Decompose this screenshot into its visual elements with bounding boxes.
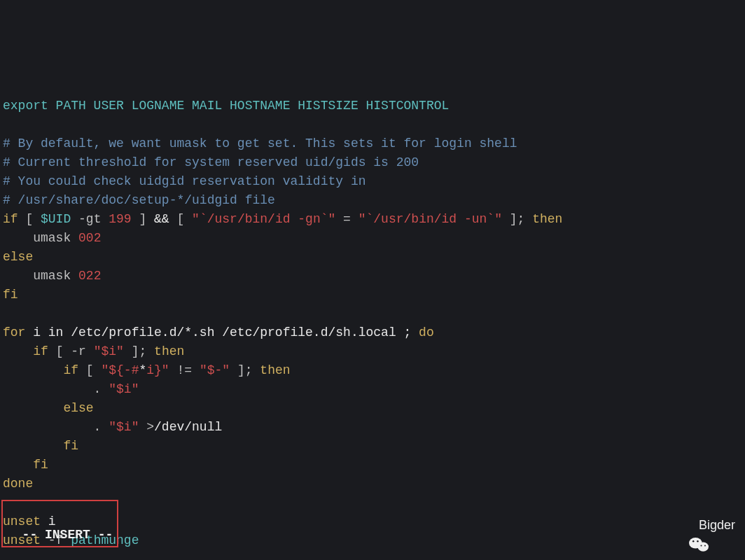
string: i}" [146, 363, 169, 377]
keyword-then: then [154, 344, 184, 358]
redirect: > [139, 420, 154, 434]
comment-line: # By default, we want umask to get set. … [3, 136, 517, 150]
indent [3, 439, 63, 453]
svg-point-3 [697, 540, 698, 542]
wechat-icon [675, 517, 695, 534]
var-uid: $UID [41, 212, 71, 226]
operator: -gt [71, 212, 109, 226]
operator-and: && [154, 212, 169, 226]
cmd-umask: umask [3, 269, 78, 283]
string: "$i" [109, 382, 139, 396]
cmd-source: . [3, 382, 109, 396]
indent [3, 401, 63, 415]
comment-line: # /usr/share/doc/setup-*/uidgid file [3, 193, 275, 207]
svg-point-2 [692, 540, 694, 542]
cmd-source: . [3, 420, 109, 434]
bracket: ]; [502, 212, 532, 226]
editor-content[interactable]: export PATH USER LOGNAME MAIL HOSTNAME H… [0, 97, 745, 550]
string: "`/usr/bin/id -gn`" [192, 212, 335, 226]
watermark-text: Bigder [699, 516, 735, 535]
string: "${-# [101, 363, 139, 377]
keyword-done: done [3, 477, 33, 491]
svg-point-5 [704, 545, 706, 546]
glob: * [139, 363, 146, 377]
keyword-export: export [3, 99, 48, 113]
for-body: i in /etc/profile.d/*.sh /etc/profile.d/… [25, 326, 419, 340]
string: "`/usr/bin/id -un`" [358, 212, 502, 226]
keyword-then: then [260, 363, 290, 377]
operator: = [335, 212, 358, 226]
indent [3, 458, 33, 472]
keyword-then: then [532, 212, 562, 226]
bracket: ] [132, 212, 154, 226]
comment-line: # Current threshold for system reserved … [3, 155, 419, 169]
mode-text: -- INSERT -- [22, 528, 113, 542]
keyword-fi: fi [3, 288, 18, 302]
keyword-fi: fi [63, 439, 78, 453]
bracket: [ -r [48, 344, 94, 358]
indent [3, 344, 33, 358]
string: "$-" [200, 363, 230, 377]
keyword-fi: fi [33, 458, 48, 472]
keyword-if: if [63, 363, 78, 377]
number: 002 [78, 231, 101, 245]
keyword-if: if [3, 212, 18, 226]
bracket: [ [169, 212, 192, 226]
devnull: /dev/null [154, 420, 222, 434]
keyword-if: if [33, 344, 48, 358]
number: 022 [78, 269, 101, 283]
svg-point-4 [700, 545, 702, 546]
bracket: ]; [230, 363, 260, 377]
keyword-else: else [3, 250, 33, 264]
vars-list: PATH USER LOGNAME MAIL HOSTNAME HISTSIZE… [48, 99, 450, 113]
svg-point-1 [697, 542, 709, 551]
keyword-else: else [63, 401, 93, 415]
keyword-for: for [3, 326, 25, 340]
watermark: Bigder [675, 516, 735, 535]
indent [3, 363, 63, 377]
string: "$i" [109, 420, 139, 434]
number: 199 [109, 212, 131, 226]
bracket: [ [18, 212, 41, 226]
cmd-umask: umask [3, 231, 78, 245]
bracket: [ [78, 363, 101, 377]
vim-mode-indicator: -- INSERT -- [1, 500, 118, 547]
comment-line: # You could check uidgid reservation val… [3, 174, 365, 188]
bracket: ]; [124, 344, 154, 358]
operator: != [169, 363, 200, 377]
string: "$i" [94, 344, 124, 358]
keyword-do: do [419, 326, 434, 340]
